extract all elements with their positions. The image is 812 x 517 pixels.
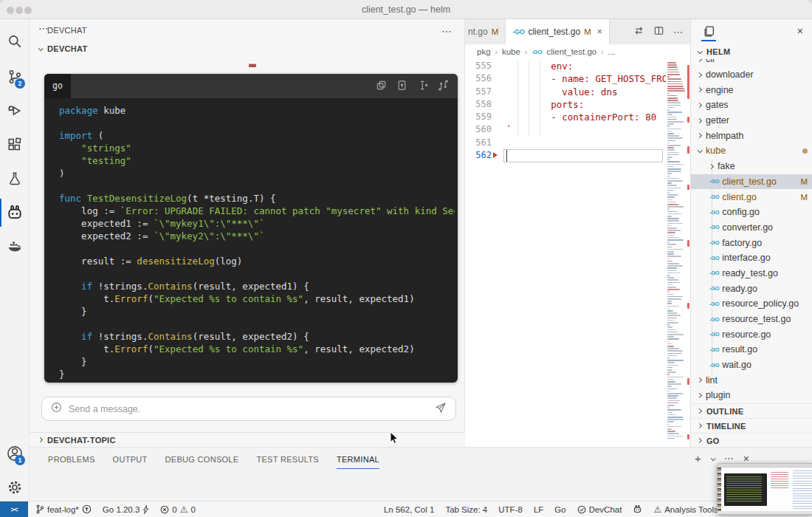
devchat-rabbit-icon[interactable] [0, 196, 30, 229]
encoding-item[interactable]: UTF-8 [498, 505, 523, 514]
run-debug-icon[interactable] [0, 95, 30, 127]
devchat-status-item[interactable]: DevChat [577, 505, 622, 514]
plus-circle-icon[interactable] [51, 402, 62, 416]
minimap-mark [667, 409, 681, 411]
devchat-more-actions-icon[interactable]: ⋯ [38, 22, 49, 34]
minimap-mark [667, 426, 681, 428]
tree-item-kube[interactable]: kube [691, 143, 812, 159]
warning-count: 0 [191, 505, 196, 514]
minimap-mark [667, 121, 684, 123]
timeline-section-header[interactable]: TIMELINE [691, 418, 812, 433]
breadcrumb-item[interactable]: pkg [477, 47, 491, 56]
tree-item-downloader[interactable]: downloader [691, 67, 812, 83]
tab-size-item[interactable]: Tab Size: 4 [445, 505, 487, 514]
panel-tab-problems[interactable]: PROBLEMS [48, 448, 95, 471]
tree-item-factory-go[interactable]: GOfactory.go [691, 235, 812, 250]
tree-item-lint[interactable]: lint [691, 372, 812, 388]
tree-item-interface-go[interactable]: GOinterface.go [691, 250, 812, 266]
minimap-mark [667, 237, 678, 239]
minimap-mark [667, 291, 670, 292]
docker-whale-icon[interactable] [0, 230, 30, 263]
tree-item-helmpath[interactable]: helmpath [691, 128, 812, 143]
go-version-item[interactable]: Go 1.20.3 [103, 505, 150, 514]
tree-item-resource-go[interactable]: GOresource.go [691, 326, 812, 342]
modified-dot-badge [802, 148, 808, 154]
panel-tab-terminal[interactable]: TERMINAL [337, 448, 379, 471]
cursor-position-item[interactable]: Ln 562, Col 1 [384, 505, 434, 514]
chevron-down-icon[interactable] [710, 456, 715, 461]
minimap-mark [667, 145, 681, 146]
copy-icon[interactable] [376, 80, 387, 91]
tree-item-ready-go[interactable]: GOready.go [691, 281, 812, 296]
tree-item-resource_test-go[interactable]: GOresource_test.go [691, 312, 812, 327]
tree-item-getter[interactable]: getter [691, 113, 812, 129]
breadcrumb[interactable]: pkg › kube › GO client_test.go › ... [465, 44, 690, 59]
panel-tab-output[interactable]: OUTPUT [113, 448, 148, 471]
outline-section-header[interactable]: OUTLINE [691, 403, 812, 418]
panel-tab-test-results[interactable]: TEST RESULTS [256, 448, 319, 471]
new-terminal-icon[interactable]: + [695, 452, 701, 465]
minimap-mark [667, 277, 675, 278]
minimap-mark [667, 223, 683, 225]
remote-indicator[interactable]: >< [0, 501, 28, 517]
editor-content[interactable]: 555556557558559560561562 env: - name: GE… [465, 59, 690, 447]
source-control-icon[interactable]: 2 [0, 61, 30, 93]
tree-item-ready_test-go[interactable]: GOready_test.go [691, 266, 812, 281]
tree-item-engine[interactable]: engine [691, 82, 812, 97]
minimap-mark [667, 362, 675, 363]
git-deleted-marker [493, 152, 498, 158]
send-icon[interactable] [435, 402, 447, 417]
tree-item-fake[interactable]: fake [691, 159, 812, 174]
accounts-icon[interactable]: 1 [0, 437, 30, 470]
tree-item-client-go[interactable]: GOclient.goM [691, 189, 812, 205]
editor-more-actions-icon[interactable]: ⋯ [673, 27, 683, 38]
search-icon[interactable] [0, 25, 30, 58]
code-line: if !strings.Contains(result, expected2) … [59, 330, 455, 343]
testing-beaker-icon[interactable] [0, 162, 30, 195]
minimap[interactable] [666, 62, 687, 443]
helm-section-header[interactable]: HELM [691, 44, 812, 59]
minimap-mark [667, 227, 677, 229]
devchat-section-header[interactable]: DEVCHAT [38, 44, 87, 53]
minimap-mark [667, 230, 681, 231]
open-changes-icon[interactable] [633, 25, 644, 39]
minimap-mark [667, 74, 680, 75]
go-file-icon: GO [709, 239, 719, 246]
code-block-header: go [44, 74, 458, 98]
insert-at-cursor-icon[interactable] [417, 80, 428, 91]
tree-item-client_test-go[interactable]: GOclient_test.goM [691, 174, 812, 190]
tree-item-plugin[interactable]: plugin [691, 388, 812, 403]
tree-item-resource_policy-go[interactable]: GOresource_policy.go [691, 296, 812, 312]
diff-swap-icon[interactable] [438, 80, 449, 91]
minimap-mark [667, 242, 670, 243]
tree-item-config-go[interactable]: GOconfig.go [691, 205, 812, 220]
split-editor-icon[interactable] [653, 25, 664, 39]
breadcrumb-item[interactable]: kube [502, 47, 520, 56]
tab-client-test-go[interactable]: GO client_test.go M × [506, 19, 609, 44]
problems-item[interactable]: 0 ⚠ 0 [160, 504, 196, 515]
go-section-header[interactable]: GO [691, 433, 812, 448]
explorer-pages-icon[interactable] [703, 25, 715, 41]
eol-item[interactable]: LF [534, 505, 543, 514]
tree-item-result-go[interactable]: GOresult.go [691, 342, 812, 357]
close-sidebar-icon[interactable]: × [797, 25, 803, 37]
language-item[interactable]: Go [554, 505, 565, 514]
git-branch-item[interactable]: feat-log* [35, 504, 92, 514]
tab-close-icon[interactable]: × [597, 27, 602, 37]
message-input[interactable] [69, 404, 428, 414]
insert-into-file-icon[interactable] [396, 80, 407, 91]
devchat-rabbit-status-icon[interactable] [633, 504, 642, 514]
tree-item-wait-go[interactable]: GOwait.go [691, 357, 812, 373]
tree-item-cli[interactable]: cli [691, 59, 812, 67]
tree-item-converter-go[interactable]: GOconverter.go [691, 220, 812, 236]
screen-preview-thumbnail[interactable] [717, 463, 812, 515]
breadcrumb-item[interactable]: ... [608, 47, 616, 56]
panel-tab-debug-console[interactable]: DEBUG CONSOLE [165, 448, 239, 471]
tab-client-go[interactable]: nt.go M [465, 19, 506, 44]
settings-gear-icon[interactable] [0, 471, 30, 504]
breadcrumb-item[interactable]: client_test.go [546, 47, 596, 56]
tree-item-gates[interactable]: gates [691, 97, 812, 113]
go-file-icon: GO [709, 285, 719, 292]
extensions-icon[interactable] [0, 129, 30, 161]
minimap-mark [667, 336, 674, 338]
